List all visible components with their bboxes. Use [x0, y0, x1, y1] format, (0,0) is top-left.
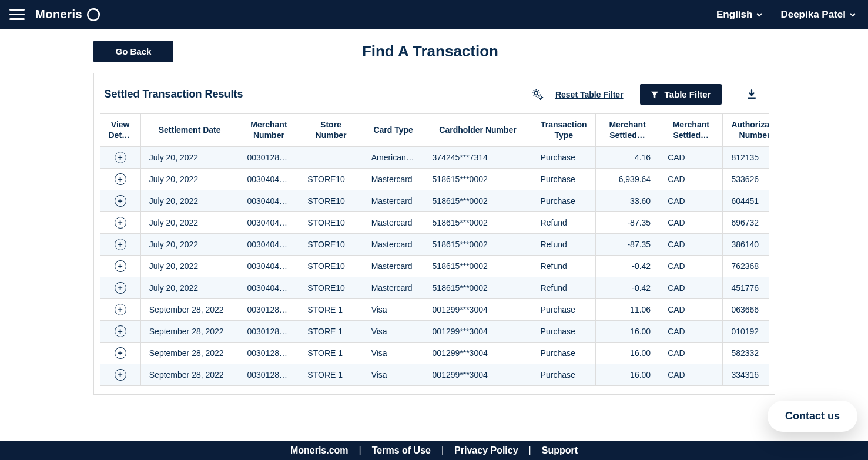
table-filter-button[interactable]: Table Filter [640, 84, 722, 105]
go-back-button[interactable]: Go Back [93, 41, 174, 62]
cell-auth: 533626 [723, 169, 769, 190]
table-row: +July 20, 202200304048…STORE10Mastercard… [100, 256, 769, 277]
cell-ttype: Refund [532, 234, 595, 256]
cell-merchant: 00301289… [239, 299, 299, 321]
cell-store: STORE10 [299, 190, 363, 212]
col-merchant[interactable]: Merchant Number [239, 114, 299, 147]
table-row: +July 20, 202200304048…STORE10Mastercard… [100, 190, 769, 212]
table-scroll[interactable]: View Details Settlement Date Merchant Nu… [100, 113, 769, 386]
col-currency[interactable]: Merchant Settled… [659, 114, 723, 147]
cell-card: Visa [363, 343, 424, 364]
cell-amount: -87.35 [595, 212, 659, 234]
cell-auth: 604451 [723, 190, 769, 212]
cell-card: American… [363, 147, 424, 169]
expand-row-icon[interactable]: + [115, 239, 126, 250]
expand-row-icon[interactable]: + [115, 152, 126, 163]
cell-holder: 518615***0002 [424, 277, 532, 299]
cell-store: STORE 1 [299, 299, 363, 321]
cell-currency: CAD [659, 299, 723, 321]
cell-store: STORE10 [299, 169, 363, 190]
cell-card: Visa [363, 299, 424, 321]
expand-row-icon[interactable]: + [115, 347, 126, 359]
view-cell: + [100, 343, 140, 364]
col-view[interactable]: View Details [100, 114, 140, 147]
chevron-down-icon [849, 11, 856, 18]
table-row: +July 20, 202200301289…American…374245**… [100, 147, 769, 169]
cell-currency: CAD [659, 256, 723, 277]
cell-date: September 28, 2022 [140, 364, 239, 386]
col-date[interactable]: Settlement Date [140, 114, 239, 147]
contact-us-button[interactable]: Contact us [768, 401, 857, 430]
expand-row-icon[interactable]: + [115, 369, 126, 381]
expand-row-icon[interactable]: + [115, 304, 126, 315]
cell-ttype: Purchase [532, 147, 595, 169]
cell-store: STORE 1 [299, 343, 363, 364]
table-row: +July 20, 202200304048…STORE10Mastercard… [100, 169, 769, 190]
cell-currency: CAD [659, 364, 723, 386]
cell-merchant: 00301289… [239, 147, 299, 169]
results-panel: Settled Transaction Results Reset Table … [93, 73, 775, 395]
cell-merchant: 00304048… [239, 234, 299, 256]
cell-auth: 063666 [723, 299, 769, 321]
view-cell: + [100, 169, 140, 190]
col-holder[interactable]: Cardholder Number [424, 114, 532, 147]
language-selector[interactable]: English [716, 9, 763, 21]
view-cell: + [100, 147, 140, 169]
cell-auth: 386140 [723, 234, 769, 256]
expand-row-icon[interactable]: + [115, 217, 126, 229]
col-store[interactable]: Store Number [299, 114, 363, 147]
table-settings-icon[interactable] [531, 88, 545, 102]
cell-merchant: 00301289… [239, 364, 299, 386]
cell-store [299, 147, 363, 169]
cell-merchant: 00304048… [239, 212, 299, 234]
col-auth[interactable]: Authorization Number [723, 114, 769, 147]
download-icon[interactable] [745, 88, 758, 101]
cell-merchant: 00304048… [239, 169, 299, 190]
table-row: +July 20, 202200304048…STORE10Mastercard… [100, 277, 769, 299]
top-bar-right: English Deepika Patel [716, 9, 856, 21]
hamburger-menu-icon[interactable] [6, 5, 28, 23]
chevron-down-icon [756, 11, 763, 18]
col-ttype[interactable]: Transaction Type [532, 114, 595, 147]
cell-merchant: 00301289… [239, 343, 299, 364]
table-row: +September 28, 202200301289…STORE 1Visa0… [100, 364, 769, 386]
cell-card: Mastercard [363, 169, 424, 190]
cell-store: STORE10 [299, 256, 363, 277]
cell-date: September 28, 2022 [140, 321, 239, 343]
cell-card: Visa [363, 364, 424, 386]
table-header-row: View Details Settlement Date Merchant Nu… [100, 114, 769, 147]
expand-row-icon[interactable]: + [115, 260, 126, 272]
col-card[interactable]: Card Type [363, 114, 424, 147]
expand-row-icon[interactable]: + [115, 325, 126, 337]
cell-auth: 812135 [723, 147, 769, 169]
funnel-icon [651, 90, 659, 99]
page-title: Find A Transaction [173, 42, 686, 61]
cell-card: Mastercard [363, 256, 424, 277]
cell-store: STORE10 [299, 277, 363, 299]
brand: Moneris [35, 7, 101, 22]
cell-amount: 16.00 [595, 343, 659, 364]
cell-date: July 20, 2022 [140, 147, 239, 169]
page-header: Go Back Find A Transaction [93, 41, 775, 62]
expand-row-icon[interactable]: + [115, 173, 126, 185]
cell-holder: 001299***3004 [424, 299, 532, 321]
view-cell: + [100, 234, 140, 256]
user-menu[interactable]: Deepika Patel [780, 9, 856, 21]
cell-amount: -0.42 [595, 277, 659, 299]
svg-point-1 [534, 91, 538, 95]
view-cell: + [100, 299, 140, 321]
cell-ttype: Refund [532, 277, 595, 299]
cell-date: July 20, 2022 [140, 234, 239, 256]
reset-table-filter-link[interactable]: Reset Table Filter [555, 90, 624, 99]
cell-currency: CAD [659, 321, 723, 343]
expand-row-icon[interactable]: + [115, 195, 126, 207]
cell-holder: 518615***0002 [424, 256, 532, 277]
expand-row-icon[interactable]: + [115, 282, 126, 294]
cell-holder: 518615***0002 [424, 169, 532, 190]
col-amount[interactable]: Merchant Settled… [595, 114, 659, 147]
cell-ttype: Purchase [532, 190, 595, 212]
cell-card: Visa [363, 321, 424, 343]
view-cell: + [100, 256, 140, 277]
top-bar-left: Moneris [6, 5, 101, 23]
cell-merchant: 00304048… [239, 190, 299, 212]
